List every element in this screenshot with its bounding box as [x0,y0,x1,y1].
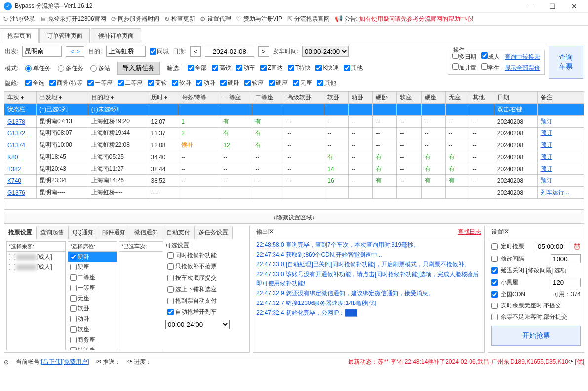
seat-item[interactable]: 软座 [68,324,117,335]
main-tab[interactable]: 抢票页面 [0,28,39,43]
train-num-link[interactable]: G1376 [7,189,25,196]
book-link[interactable]: 列车运行... [541,189,569,196]
mode-stations-radio[interactable] [90,65,97,72]
toolbar-item[interactable]: ⚙设置代理 [200,15,231,23]
seat-item[interactable]: 硬卧 [68,252,117,262]
modint-checkbox[interactable] [491,256,498,262]
passenger-item[interactable]: [成人] [7,262,65,272]
adult-checkbox[interactable] [481,52,488,59]
dest-input[interactable] [106,46,146,57]
col-header[interactable]: 备注 [537,92,584,104]
book-link[interactable]: 预订 [541,177,552,184]
toolbar-item[interactable]: ↻注销/登录 [3,15,35,23]
col-header[interactable]: 无座 [445,92,470,104]
depart-input[interactable] [22,46,62,57]
toolbar-item[interactable]: ♡赞助与注册VIP [236,15,282,23]
seat-item[interactable]: 一等座 [68,283,117,293]
seat-item[interactable]: 特等座 [68,345,117,350]
time-label: 发车时间: [273,47,298,56]
date-input[interactable] [205,46,254,57]
timed-input[interactable] [536,242,570,251]
book-link[interactable]: 预订 [541,130,552,136]
train-num-link[interactable]: K740 [7,177,21,184]
addchild-checkbox[interactable] [452,63,459,70]
window-title: Bypass-分流抢票--Ver1.16.12 [15,2,521,10]
hide-settings-bar[interactable]: ↓隐藏设置区域↓ [4,212,584,224]
main-tab[interactable]: 订单管理页面 [39,28,90,43]
settings-tab[interactable]: 自动支付 [162,226,195,239]
col-header[interactable]: 硬卧 [373,92,397,104]
settings-tab[interactable]: 抢票设置 [4,226,37,239]
train-num-link[interactable]: G1374 [7,142,25,149]
settings-tab[interactable]: 邮件通知 [98,226,130,239]
main-tab[interactable]: 候补订单页面 [91,28,141,43]
col-header[interactable]: 软座 [397,92,421,104]
account-link[interactable]: [吕正伟] [41,358,62,365]
col-header[interactable]: 历时 ♦ [148,92,178,104]
start-grab-button[interactable]: 开始抢票 [491,326,581,346]
col-header[interactable]: 目的地 ♦ [88,92,148,104]
student-checkbox[interactable] [481,63,488,70]
toolbar-item[interactable]: ⇱分流抢票官网 [287,15,330,23]
transfer-link[interactable]: 查询中转换乘 [505,53,540,61]
col-header[interactable]: 车次 ♦ [4,92,37,104]
toolbar-item[interactable]: ⟳同步服务器时间 [111,15,159,23]
cdn-checkbox[interactable] [491,291,498,298]
col-header[interactable]: 日期 [494,92,537,104]
book-link[interactable]: 预订 [541,141,552,148]
book-link[interactable]: 预订 [541,118,552,125]
settings-tab[interactable]: 微信通知 [130,226,162,239]
time-select[interactable]: 00:00-24:00 [302,46,349,57]
book-link[interactable]: 预订 [541,153,552,160]
close-button[interactable]: ✕ [564,2,584,10]
col-header[interactable]: 软卧 [324,92,349,104]
minimize-button[interactable]: — [521,2,541,10]
hide-checkbox: 硬座 [269,79,288,87]
train-num-link[interactable]: T382 [7,166,21,173]
seat-item[interactable]: 硬座 [68,262,117,272]
passenger-item[interactable]: [成人] [7,252,65,262]
black-checkbox[interactable] [491,279,498,286]
book-link[interactable]: 预订 [541,165,552,172]
col-header[interactable]: 高级软卧 [284,92,324,104]
timed-checkbox[interactable] [491,243,498,250]
date-prev-button[interactable]: < [190,46,201,57]
train-num-link[interactable]: G1372 [7,130,25,137]
account-type-link[interactable]: [免费用户] [62,358,89,365]
showprice-link[interactable]: 显示全部票价 [505,64,540,72]
col-header[interactable]: 出发地 ♦ [37,92,88,104]
toolbar-item[interactable]: ↻检查更新 [164,15,195,23]
train-num-link[interactable]: K80 [7,154,18,161]
modint-input[interactable] [551,254,581,263]
rt2-checkbox[interactable] [491,314,498,320]
seat-item[interactable]: 无座 [68,293,117,304]
settings-tab[interactable]: 查询起售 [37,226,69,239]
col-header[interactable]: 二等座 [252,92,284,104]
black-input[interactable] [551,278,581,287]
import-task-button[interactable]: 导入新任务 [117,62,160,75]
col-header[interactable]: 商务/特等 [178,92,220,104]
mode-multi-radio[interactable] [58,65,64,72]
train-num-link[interactable]: G1378 [7,118,25,125]
rt1-checkbox[interactable] [491,303,498,309]
maximize-button[interactable]: ☐ [543,2,563,10]
toolbar-item[interactable]: 🖥免登录打开12306官网 [40,15,106,23]
col-header[interactable]: 动卧 [349,92,373,104]
col-header[interactable]: 其他 [470,92,494,104]
autotime-select[interactable]: 00:00-24:00 [165,320,230,329]
col-header[interactable]: 一等座 [220,92,252,104]
date-next-button[interactable]: > [258,46,269,57]
settings-tab[interactable]: 多任务设置 [195,226,233,239]
query-ticket-button[interactable]: 查询 车票 [549,46,583,79]
seat-item[interactable]: 商务座 [68,335,117,345]
seat-item[interactable]: 动卧 [68,314,117,324]
col-header[interactable]: 硬座 [421,92,445,104]
find-log-link[interactable]: 查找日志 [458,228,481,236]
seat-item[interactable]: 软卧 [68,304,117,314]
samecity-checkbox[interactable] [150,48,156,55]
mode-single-radio[interactable] [25,65,32,72]
seat-item[interactable]: 二等座 [68,272,117,283]
swap-button[interactable]: <-> [66,46,84,57]
delay-checkbox[interactable] [491,267,498,274]
settings-tab[interactable]: QQ通知 [69,226,98,239]
